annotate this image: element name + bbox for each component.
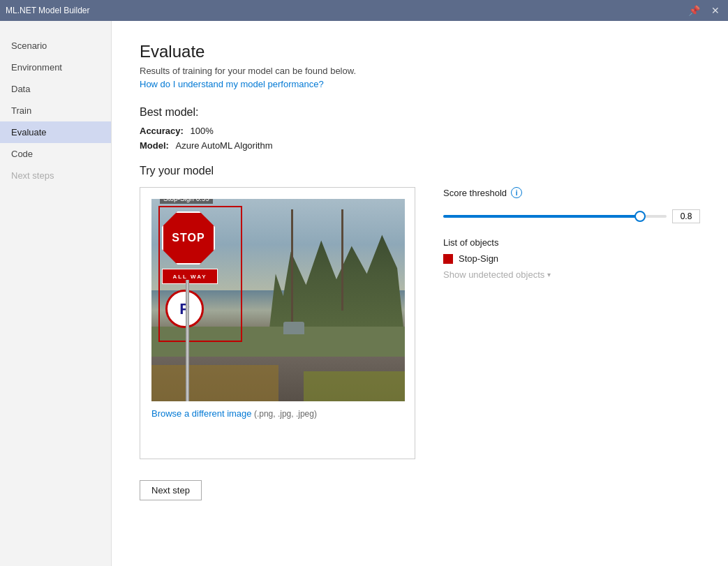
- accuracy-value: 100%: [191, 126, 214, 136]
- main-content: Evaluate Results of training for your mo…: [112, 21, 728, 566]
- allway-sign: ALL WAY: [162, 269, 218, 284]
- sidebar: Scenario Environment Data Train Evaluate…: [0, 21, 112, 566]
- chevron-down-icon: ▾: [547, 271, 551, 278]
- sign-pole: [186, 280, 189, 401]
- accuracy-label: Accuracy:: [140, 126, 184, 136]
- list-label: List of objects: [443, 237, 700, 248]
- best-model-section: Best model:: [140, 106, 700, 119]
- accuracy-row: Accuracy: 100%: [140, 126, 700, 136]
- image-box: Stop-Sign 0.99 STOP ALL WAY: [140, 187, 415, 459]
- model-label: Model:: [140, 140, 169, 151]
- object-item-stopsign: Stop-Sign: [443, 253, 700, 264]
- app-title: ML.NET Model Builder: [6, 6, 680, 15]
- sidebar-item-train[interactable]: Train: [0, 100, 111, 121]
- titlebar: ML.NET Model Builder 📌 ✕: [0, 0, 728, 21]
- stop-sign-visual: STOP: [162, 211, 218, 267]
- foliage-right: [304, 371, 405, 402]
- info-icon[interactable]: i: [511, 187, 522, 198]
- right-panel: Score threshold i List of objects Stop-S…: [443, 187, 700, 280]
- scene-image: Stop-Sign 0.99 STOP ALL WAY: [151, 199, 405, 401]
- try-area: Stop-Sign 0.99 STOP ALL WAY: [140, 187, 700, 500]
- sidebar-item-evaluate[interactable]: Evaluate: [0, 121, 111, 143]
- main-layout: Scenario Environment Data Train Evaluate…: [0, 21, 728, 566]
- pin-button[interactable]: 📌: [685, 3, 703, 17]
- close-button[interactable]: ✕: [708, 3, 722, 17]
- slider-value-input[interactable]: [672, 209, 700, 223]
- browse-link[interactable]: Browse a different image: [151, 408, 252, 419]
- sidebar-item-code[interactable]: Code: [0, 143, 111, 165]
- model-value: Azure AutoML Algorithm: [176, 140, 273, 151]
- undetected-label: Show undetected objects: [443, 269, 544, 280]
- slider-track[interactable]: [443, 215, 667, 218]
- allway-text: ALL WAY: [172, 274, 207, 280]
- slider-fill: [443, 215, 640, 218]
- object-name: Stop-Sign: [459, 253, 498, 264]
- help-link[interactable]: How do I understand my model performance…: [140, 79, 324, 89]
- slider-thumb[interactable]: [634, 211, 646, 222]
- sidebar-item-data[interactable]: Data: [0, 78, 111, 100]
- model-row: Model: Azure AutoML Algorithm: [140, 140, 700, 151]
- object-color-swatch: [443, 254, 453, 264]
- page-title: Evaluate: [140, 42, 700, 61]
- noparking-sign: P: [165, 290, 204, 328]
- stop-text: STOP: [172, 232, 205, 244]
- slider-row: [443, 209, 700, 223]
- sidebar-item-next-steps: Next steps: [0, 165, 111, 186]
- foliage-left: [151, 365, 278, 401]
- browse-hint: (.png, .jpg, .jpeg): [254, 409, 317, 419]
- next-step-button[interactable]: Next step: [140, 480, 202, 500]
- try-section-title: Try your model: [140, 165, 700, 177]
- score-threshold-row: Score threshold i: [443, 187, 700, 198]
- bg-pole: [291, 209, 293, 331]
- browse-area: Browse a different image (.png, .jpg, .j…: [151, 408, 403, 419]
- stop-sign-octagon: STOP: [162, 211, 215, 265]
- bg-pole-2: [341, 209, 343, 311]
- sidebar-item-environment[interactable]: Environment: [0, 57, 111, 78]
- show-undetected-row[interactable]: Show undetected objects ▾: [443, 269, 700, 280]
- detection-label: Stop-Sign 0.99: [160, 199, 213, 204]
- subtitle-text: Results of training for your model can b…: [140, 66, 700, 76]
- score-threshold-label: Score threshold: [443, 188, 507, 198]
- car-object: [283, 322, 304, 334]
- sidebar-item-scenario[interactable]: Scenario: [0, 35, 111, 57]
- image-panel: Stop-Sign 0.99 STOP ALL WAY: [140, 187, 415, 500]
